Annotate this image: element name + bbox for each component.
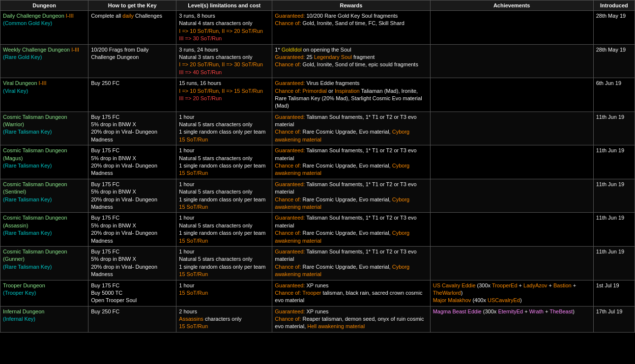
introduced-cell: 11th Jun 19 bbox=[593, 145, 635, 179]
rewards-cell: Guaranteed: Virus Eddie fragments Chance… bbox=[272, 78, 430, 112]
dungeon-sub: (Rare Talisman Key) bbox=[3, 129, 52, 135]
key-cell: 10/200 Frags from Daily Challenge Dungeo… bbox=[88, 44, 176, 78]
introduced-cell: 11th Jun 19 bbox=[593, 246, 635, 280]
dungeon-cell: Cosmic Talisman Dungeon (Assassin) (Rare… bbox=[0, 213, 88, 247]
table-row: Daily Challenge Dungeon I-III (Common Go… bbox=[0, 11, 635, 45]
achievements-cell: US Cavalry Eddie (300x TrooperEd + LadyA… bbox=[430, 280, 593, 306]
table-row: Cosmic Talisman Dungeon (Assassin) (Rare… bbox=[0, 213, 635, 247]
key-cell: Buy 250 FC bbox=[88, 306, 176, 332]
dungeon-cell: Cosmic Talisman Dungeon (Sentinel) (Rare… bbox=[0, 179, 88, 213]
dungeon-cell: Cosmic Talisman Dungeon (Warrior) (Rare … bbox=[0, 112, 88, 145]
dungeon-name: Cosmic Talisman Dungeon (Magus) bbox=[3, 147, 67, 161]
table-row: Cosmic Talisman Dungeon (Magus) (Rare Ta… bbox=[0, 145, 635, 179]
dungeon-name: Cosmic Talisman Dungeon (Warrior) bbox=[3, 114, 67, 127]
header-key: How to get the Key bbox=[88, 0, 176, 11]
key-cell: Buy 175 FC 5% drop in BNW X 20% drop in … bbox=[88, 145, 176, 179]
achievements-cell bbox=[430, 11, 593, 45]
level-cell: 2 hours Assassins characters only 15 SoT… bbox=[176, 306, 272, 332]
achievements-cell bbox=[430, 112, 593, 145]
rewards-cell: Guaranteed: XP runes Chance of: Reaper t… bbox=[272, 306, 430, 332]
key-cell: Buy 175 FC Buy 5000 TC Open Trooper Soul bbox=[88, 280, 176, 306]
table-row: Cosmic Talisman Dungeon (Sentinel) (Rare… bbox=[0, 179, 635, 213]
dungeon-sub: (Viral Key) bbox=[3, 88, 28, 94]
rewards-cell: Guaranteed: Talisman Soul framents, 1* T… bbox=[272, 246, 430, 280]
dungeon-sub: (Rare Talisman Key) bbox=[3, 230, 52, 236]
achievements-cell bbox=[430, 145, 593, 179]
key-cell: Buy 175 FC 5% drop in BNW X 20% drop in … bbox=[88, 246, 176, 280]
dungeon-cell: Viral Dungeon I-III (Viral Key) bbox=[0, 78, 88, 112]
dungeon-sub: (Rare Talisman Key) bbox=[3, 264, 52, 270]
table-row: Cosmic Talisman Dungeon (Gunner) (Rare T… bbox=[0, 246, 635, 280]
main-table: Dungeon How to get the Key Level(s) limi… bbox=[0, 0, 635, 333]
dungeon-sub: (Rare Gold Key) bbox=[3, 54, 42, 60]
dungeon-sub: (Rare Talisman Key) bbox=[3, 196, 52, 202]
level-cell: 1 hour Natural 5 stars characters only 1… bbox=[176, 179, 272, 213]
dungeon-name: Weekly Challenge Dungeon I-III bbox=[3, 47, 79, 53]
level-cell: 3 runs, 24 hours Natural 3 stars charact… bbox=[176, 44, 272, 78]
level-cell: 1 hour 15 SoT/Run bbox=[176, 280, 272, 306]
rewards-cell: 1* GoldIdol on opening the Soul Guarante… bbox=[272, 44, 430, 78]
introduced-cell: 28th May 19 bbox=[593, 44, 635, 78]
level-cell: 15 runs, 16 hours I => 10 SoT/Run, II =>… bbox=[176, 78, 272, 112]
level-cell: 1 hour Natural 5 stars characters only 1… bbox=[176, 112, 272, 145]
table-row: Cosmic Talisman Dungeon (Warrior) (Rare … bbox=[0, 112, 635, 145]
table-row: Viral Dungeon I-III (Viral Key) Buy 250 … bbox=[0, 78, 635, 112]
table-row: Weekly Challenge Dungeon I-III (Rare Gol… bbox=[0, 44, 635, 78]
achievements-cell bbox=[430, 44, 593, 78]
dungeon-sub: (Rare Talisman Key) bbox=[3, 163, 52, 168]
achievements-cell bbox=[430, 78, 593, 112]
dungeon-cell: Infernal Dungeon (Infernal Key) bbox=[0, 306, 88, 332]
rewards-cell: Guaranteed: XP runes Chance of: Trooper … bbox=[272, 280, 430, 306]
introduced-cell: 17th Jul 19 bbox=[593, 306, 635, 332]
header-rewards: Rewards bbox=[272, 0, 430, 11]
dungeon-cell: Daily Challenge Dungeon I-III (Common Go… bbox=[0, 11, 88, 45]
dungeon-name: Viral Dungeon I-III bbox=[3, 80, 46, 86]
rewards-cell: Guaranteed: Talisman Soul framents, 1* T… bbox=[272, 213, 430, 247]
key-cell: Buy 175 FC 5% drop in BNW X 20% drop in … bbox=[88, 213, 176, 247]
header-introduced: Introduced bbox=[593, 0, 635, 11]
dungeon-sub: (Trooper Key) bbox=[3, 290, 36, 296]
dungeon-cell: Weekly Challenge Dungeon I-III (Rare Gol… bbox=[0, 44, 88, 78]
introduced-cell: 6th Jun 19 bbox=[593, 78, 635, 112]
introduced-cell: 11th Jun 19 bbox=[593, 179, 635, 213]
achievements-cell bbox=[430, 246, 593, 280]
rewards-cell: Guaranteed: 10/200 Rare Gold Key Soul fr… bbox=[272, 11, 430, 45]
dungeon-name: Cosmic Talisman Dungeon (Sentinel) bbox=[3, 181, 67, 195]
dungeon-sub: (Common Gold Key) bbox=[3, 20, 52, 26]
level-cell: 1 hour Natural 5 stars characters only 1… bbox=[176, 145, 272, 179]
introduced-cell: 28th May 19 bbox=[593, 11, 635, 45]
rewards-cell: Guaranteed: Talisman Soul framents, 1* T… bbox=[272, 112, 430, 145]
achievements-cell bbox=[430, 213, 593, 247]
achievements-cell: Magma Beast Eddie (300x EternityEd + Wra… bbox=[430, 306, 593, 332]
dungeon-name: Trooper Dungeon bbox=[3, 282, 45, 288]
introduced-cell: 1st Jul 19 bbox=[593, 280, 635, 306]
header-achievements: Achievements bbox=[430, 0, 593, 11]
level-cell: 3 runs, 8 hours Natural 4 stars characte… bbox=[176, 11, 272, 45]
level-cell: 1 hour Natural 5 stars characters only 1… bbox=[176, 246, 272, 280]
key-cell: Complete all daily Challenges bbox=[88, 11, 176, 45]
dungeon-cell: Cosmic Talisman Dungeon (Magus) (Rare Ta… bbox=[0, 145, 88, 179]
rewards-cell: Guaranteed: Talisman Soul framents, 1* T… bbox=[272, 145, 430, 179]
dungeon-sub: (Infernal Key) bbox=[3, 316, 35, 322]
key-cell: Buy 175 FC 5% drop in BNW X 20% drop in … bbox=[88, 112, 176, 145]
dungeon-name: Cosmic Talisman Dungeon (Assassin) bbox=[3, 215, 67, 228]
header-dungeon: Dungeon bbox=[0, 0, 88, 11]
header-level: Level(s) limitations and cost bbox=[176, 0, 272, 11]
key-cell: Buy 175 FC 5% drop in BNW X 20% drop in … bbox=[88, 179, 176, 213]
achievements-cell bbox=[430, 179, 593, 213]
table-row: Trooper Dungeon (Trooper Key) Buy 175 FC… bbox=[0, 280, 635, 306]
dungeon-name: Infernal Dungeon bbox=[3, 308, 44, 314]
dungeon-cell: Trooper Dungeon (Trooper Key) bbox=[0, 280, 88, 306]
dungeon-name: Cosmic Talisman Dungeon (Gunner) bbox=[3, 249, 67, 262]
rewards-cell: Guaranteed: Talisman Soul framents, 1* T… bbox=[272, 179, 430, 213]
level-cell: 1 hour Natural 5 stars characters only 1… bbox=[176, 213, 272, 247]
key-cell: Buy 250 FC bbox=[88, 78, 176, 112]
dungeon-cell: Cosmic Talisman Dungeon (Gunner) (Rare T… bbox=[0, 246, 88, 280]
introduced-cell: 11th Jun 19 bbox=[593, 213, 635, 247]
dungeon-name: Daily Challenge Dungeon I-III bbox=[3, 13, 74, 19]
introduced-cell: 11th Jun 19 bbox=[593, 112, 635, 145]
table-row: Infernal Dungeon (Infernal Key) Buy 250 … bbox=[0, 306, 635, 332]
